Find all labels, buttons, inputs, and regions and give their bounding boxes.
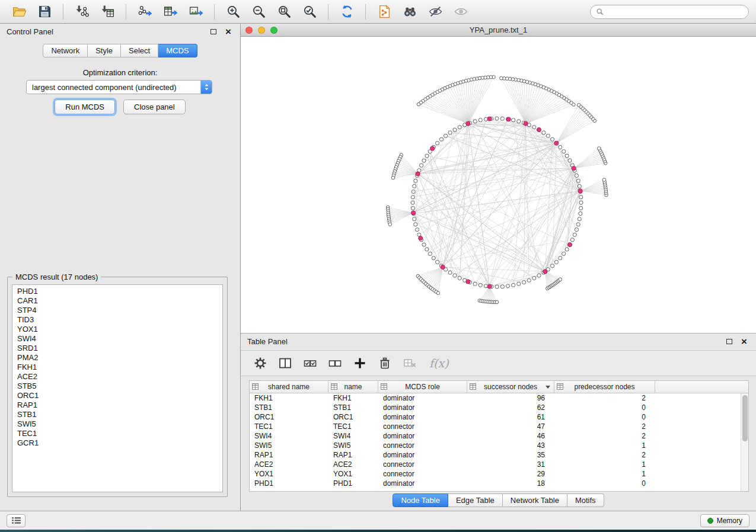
- column-header-shared-name[interactable]: shared name: [250, 381, 328, 393]
- toolbar-buttons: [7, 2, 473, 21]
- create-column-button[interactable]: [350, 353, 370, 373]
- cell-mcds-role: dominator: [378, 479, 467, 488]
- mcds-result-item[interactable]: SRD1: [12, 344, 222, 353]
- mcds-result-item[interactable]: STP4: [12, 306, 222, 315]
- cytoscape-window: Control Panel × NetworkStyleSelectMCDS O…: [0, 0, 756, 532]
- export-image-button[interactable]: [184, 2, 208, 21]
- select-all-rows-button[interactable]: [300, 353, 320, 373]
- zoom-out-button[interactable]: [247, 2, 270, 21]
- tab-edge-table[interactable]: Edge Table: [448, 493, 503, 507]
- mcds-result-item[interactable]: TID3: [12, 315, 222, 325]
- cell-predecessor-nodes: 1: [554, 460, 655, 469]
- zoom-selected-button[interactable]: [298, 2, 321, 21]
- save-session-button[interactable]: [33, 2, 56, 21]
- mcds-result-item[interactable]: PMA2: [12, 353, 222, 363]
- import-table-button[interactable]: [95, 2, 119, 21]
- show-panels-button[interactable]: [7, 514, 25, 527]
- cell-predecessor-nodes: 0: [554, 412, 655, 422]
- toggle-panes-button[interactable]: [275, 353, 295, 373]
- export-network-button[interactable]: [133, 2, 157, 21]
- float-table-panel-icon[interactable]: [724, 336, 735, 347]
- memory-button[interactable]: Memory: [700, 514, 749, 527]
- import-network-button[interactable]: [70, 2, 94, 21]
- close-panel-x-icon[interactable]: ×: [223, 26, 234, 37]
- column-header-successor-nodes[interactable]: successor nodes: [467, 381, 554, 393]
- search-input[interactable]: [608, 7, 743, 16]
- optimization-criterion-select[interactable]: largest connected component (undirected): [26, 80, 212, 94]
- network-canvas[interactable]: [241, 37, 756, 333]
- open-file-button[interactable]: [7, 2, 31, 21]
- table-panel-header: Table Panel ×: [241, 334, 756, 349]
- table-row[interactable]: FKH1FKH1dominator962: [250, 393, 748, 403]
- tab-network[interactable]: Network: [43, 44, 88, 57]
- tab-node-table[interactable]: Node Table: [393, 493, 448, 507]
- column-header-predecessor-nodes[interactable]: predecessor nodes: [554, 381, 655, 393]
- mcds-result-item[interactable]: ORC1: [12, 391, 222, 400]
- table-row[interactable]: TEC1TEC1connector472: [250, 422, 748, 431]
- mcds-result-list[interactable]: PHD1CAR1STP4TID3YOX1SWI4SRD1PMA2FKH1ACE2…: [12, 284, 223, 492]
- cell-successor-nodes: 31: [467, 460, 554, 469]
- tab-mcds[interactable]: MCDS: [158, 44, 197, 57]
- close-table-panel-x-icon[interactable]: ×: [739, 336, 749, 347]
- delete-table-button[interactable]: [400, 353, 420, 373]
- cell-successor-nodes: 61: [467, 412, 554, 422]
- cell-name: PHD1: [328, 479, 378, 488]
- cell-successor-nodes: 62: [467, 403, 554, 412]
- table-row[interactable]: STB1STB1dominator620: [250, 403, 748, 412]
- table-scrollbar[interactable]: [741, 393, 748, 491]
- column-header-name[interactable]: name: [328, 381, 378, 393]
- tab-network-table[interactable]: Network Table: [503, 493, 567, 507]
- table-row[interactable]: YOX1YOX1connector291: [250, 469, 748, 479]
- scrollbar-thumb[interactable]: [742, 395, 748, 441]
- table-row[interactable]: SWI4SWI4dominator462: [250, 431, 748, 441]
- delete-columns-button[interactable]: [375, 353, 395, 373]
- mcds-result-item[interactable]: STB1: [12, 410, 222, 419]
- network-graph[interactable]: [241, 37, 756, 333]
- new-network-from-selection-button[interactable]: [372, 2, 396, 21]
- table-row[interactable]: SWI5SWI5connector431: [250, 441, 748, 450]
- minimize-window-button[interactable]: [258, 27, 265, 34]
- show-hidden-button[interactable]: [449, 2, 473, 21]
- apply-layout-button[interactable]: [335, 2, 359, 21]
- mcds-result-item[interactable]: STB5: [12, 382, 222, 391]
- zoom-fit-button[interactable]: [272, 2, 296, 21]
- mcds-result-item[interactable]: PHD1: [12, 287, 222, 296]
- network-title: YPA_prune.txt_1: [241, 25, 756, 34]
- mcds-result-item[interactable]: TEC1: [12, 429, 222, 438]
- table-row[interactable]: ACE2ACE2connector311: [250, 460, 748, 469]
- zoom-window-button[interactable]: [270, 27, 277, 34]
- close-window-button[interactable]: [245, 27, 253, 34]
- desktop-background-strip: [0, 530, 756, 532]
- column-header-mcds-role[interactable]: MCDS role: [378, 381, 467, 393]
- table-row[interactable]: PHD1PHD1dominator180: [250, 479, 748, 488]
- mcds-result-item[interactable]: ACE2: [12, 372, 222, 382]
- mcds-result-item[interactable]: CAR1: [12, 296, 222, 306]
- table-toolbar: f(x): [241, 350, 756, 376]
- zoom-in-button[interactable]: [221, 2, 245, 21]
- export-image-icon: [189, 4, 203, 19]
- cell-successor-nodes: 47: [467, 422, 554, 431]
- mcds-result-item[interactable]: YOX1: [12, 325, 222, 334]
- mcds-result-item[interactable]: SWI4: [12, 334, 222, 344]
- find-button[interactable]: [398, 2, 422, 21]
- table-row[interactable]: ORC1ORC1dominator610: [250, 412, 748, 422]
- export-table-icon: [163, 4, 178, 19]
- mcds-result-item[interactable]: SWI5: [12, 419, 222, 429]
- function-builder-button[interactable]: f(x): [429, 357, 449, 370]
- tab-select[interactable]: Select: [121, 44, 158, 57]
- mcds-result-item[interactable]: GCR1: [12, 438, 222, 448]
- search-box[interactable]: [590, 5, 749, 19]
- export-table-button[interactable]: [158, 2, 182, 21]
- float-panel-icon[interactable]: [208, 26, 219, 37]
- mcds-result-item[interactable]: RAP1: [12, 400, 222, 410]
- table-settings-button[interactable]: [250, 353, 270, 373]
- close-panel-button[interactable]: Close panel: [123, 100, 186, 114]
- hide-selected-button[interactable]: [423, 2, 447, 21]
- table-row[interactable]: RAP1RAP1dominator352: [250, 450, 748, 460]
- mcds-result-item[interactable]: FKH1: [12, 363, 222, 372]
- network-titlebar: YPA_prune.txt_1: [241, 24, 756, 37]
- tab-motifs[interactable]: Motifs: [567, 493, 604, 507]
- run-mcds-button[interactable]: Run MCDS: [55, 100, 115, 114]
- deselect-all-rows-button[interactable]: [325, 353, 345, 373]
- tab-style[interactable]: Style: [88, 44, 121, 57]
